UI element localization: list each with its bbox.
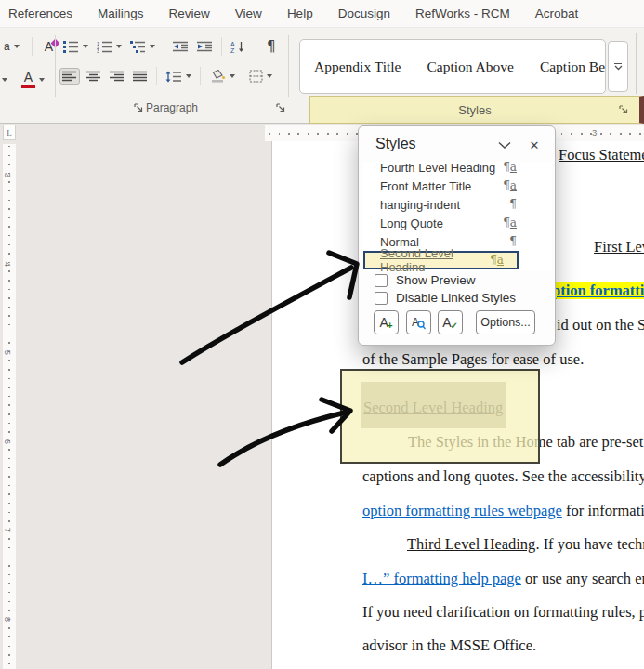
clear-formatting-button[interactable]: A [43, 38, 60, 55]
svg-text:Z: Z [230, 47, 235, 53]
style-item-label: hanging-indent [380, 198, 460, 212]
font-dialog-launcher-icon[interactable] [133, 102, 144, 113]
chevron-down-icon [14, 45, 20, 48]
yellow-callout-box [340, 369, 540, 464]
ruler-number: 4 [3, 261, 13, 266]
divider [200, 67, 201, 85]
options-button[interactable]: Options... [476, 310, 535, 334]
ruler-number: 3 [592, 127, 597, 138]
ruler-number: 3 [3, 173, 13, 177]
gallery-style-caption-below[interactable]: Caption Below [540, 59, 606, 75]
doc-heading-first-level: First Level Heading [594, 237, 644, 256]
sort-button[interactable]: AZ [229, 38, 247, 55]
menu-tab-docusign[interactable]: Docusign [334, 5, 395, 22]
menu-tab-acrobat[interactable]: Acrobat [531, 5, 584, 22]
pilcrow-icon: ¶ [267, 38, 276, 55]
align-right-button[interactable] [108, 69, 126, 84]
font-color-icon: A [21, 71, 35, 88]
disable-linked-styles-label: Disable Linked Styles [396, 291, 516, 305]
show-preview-label: Show Preview [396, 273, 476, 287]
gallery-style-caption-above[interactable]: Caption Above [427, 59, 513, 75]
pane-close-button[interactable]: ✕ [526, 138, 543, 152]
link-option-formatting[interactable]: option formatting rules webpage [362, 502, 562, 519]
font-group-row2: A [0, 69, 46, 90]
window-divider [636, 33, 637, 94]
style-item-front-matter-title[interactable]: Front Matter Title¶a [363, 177, 552, 195]
styles-dialog-launcher-icon[interactable] [618, 104, 629, 115]
numbering-icon: 123 [97, 41, 112, 53]
style-item-label: Long Quote [380, 216, 443, 230]
style-item-second-level-heading[interactable]: Second Level Heading¶a [363, 251, 519, 269]
pane-options-button[interactable] [496, 138, 513, 152]
increase-indent-button[interactable] [195, 39, 215, 55]
svg-text:A: A [230, 41, 235, 47]
borders-button[interactable] [247, 68, 274, 85]
align-left-button[interactable] [59, 68, 80, 85]
divider [32, 37, 33, 56]
gallery-style-appendix-title[interactable]: Appendix Title [314, 59, 401, 75]
chevron-down-icon [230, 74, 235, 78]
doc-line-laid-out: id out on the S [557, 315, 644, 334]
chevron-down-icon [186, 74, 191, 78]
tab-selector[interactable]: L [3, 125, 16, 140]
menu-tab-help[interactable]: Help [283, 5, 318, 22]
chevron-down-icon[interactable] [2, 78, 7, 82]
menu-tab-view[interactable]: View [230, 5, 267, 22]
paragraph-style-icon: ¶ [509, 235, 517, 248]
chevron-down-icon [614, 65, 623, 71]
style-item-label: Front Matter Title [380, 179, 471, 193]
decrease-indent-button[interactable] [171, 39, 191, 55]
styles-pane-title: Styles [375, 136, 416, 152]
doc-line-sample-pages: of the Sample Pages for ease of use. [362, 349, 584, 369]
group-divider [288, 35, 289, 97]
font-group-row1: a A [2, 37, 60, 56]
align-center-button[interactable] [85, 69, 103, 84]
menu-tab-references[interactable]: References [4, 5, 77, 22]
style-item-hanging-indent[interactable]: hanging-indent¶ [363, 195, 552, 214]
show-hide-marks-button[interactable]: ¶ [265, 36, 278, 57]
ruler-number: 8 [3, 617, 13, 622]
styles-group-label-highlight: Styles [309, 96, 644, 124]
bullets-icon [63, 41, 79, 53]
chevron-down-icon [116, 45, 122, 48]
bullets-button[interactable] [61, 39, 90, 55]
menu-tab-mailings[interactable]: Mailings [93, 5, 149, 22]
align-right-icon [110, 71, 125, 82]
style-item-label: Second Level Heading [380, 246, 490, 271]
multilevel-list-button[interactable] [128, 39, 157, 55]
linked-style-icon: ¶a [503, 179, 517, 192]
style-item-label: Fourth Level Heading [380, 162, 495, 175]
font-color-button[interactable]: A [20, 69, 46, 90]
multilevel-list-icon [130, 41, 146, 53]
style-gallery: Appendix TitleCaption AboveCaption Below [299, 39, 606, 94]
justify-button[interactable] [131, 69, 150, 84]
line-spacing-button[interactable] [164, 69, 193, 85]
menu-tab-review[interactable]: Review [164, 5, 215, 22]
chevron-down-icon [150, 45, 155, 48]
new-style-button[interactable]: A+ [374, 310, 399, 334]
paragraph-group-label: Paragraph [58, 101, 286, 114]
link-highlighted[interactable]: ption formatting rul [552, 282, 644, 299]
paragraph-dialog-launcher-icon[interactable] [275, 102, 286, 113]
change-case-button[interactable]: a [2, 39, 21, 54]
link-formatting-help[interactable]: I…” formatting help page [362, 570, 521, 587]
chevron-down-icon [39, 78, 45, 82]
vertical-ruler[interactable]: 345678 [3, 144, 16, 669]
style-inspector-button[interactable]: A [406, 310, 431, 334]
manage-styles-button[interactable]: A✓ [438, 310, 463, 334]
disable-linked-styles-checkbox[interactable] [375, 292, 388, 305]
change-case-icon: a [4, 41, 10, 52]
borders-icon [249, 70, 263, 83]
doc-line-clarification: If you need clarification on formatting … [362, 602, 644, 622]
group-divider [55, 35, 56, 97]
numbering-button[interactable]: 123 [95, 39, 124, 55]
show-preview-checkbox[interactable] [375, 274, 388, 287]
gallery-more-button[interactable] [608, 41, 628, 92]
style-item-long-quote[interactable]: Long Quote¶a [363, 214, 552, 232]
doc-line-help-link: I…” formatting help page or use any sear… [362, 569, 644, 588]
menu-tab-refworks-rcm[interactable]: RefWorks - RCM [411, 5, 515, 22]
style-item-fourth-level-heading[interactable]: Fourth Level Heading¶a [363, 162, 552, 177]
increase-indent-icon [197, 41, 213, 53]
shading-button[interactable] [207, 68, 237, 85]
divider [164, 37, 164, 56]
